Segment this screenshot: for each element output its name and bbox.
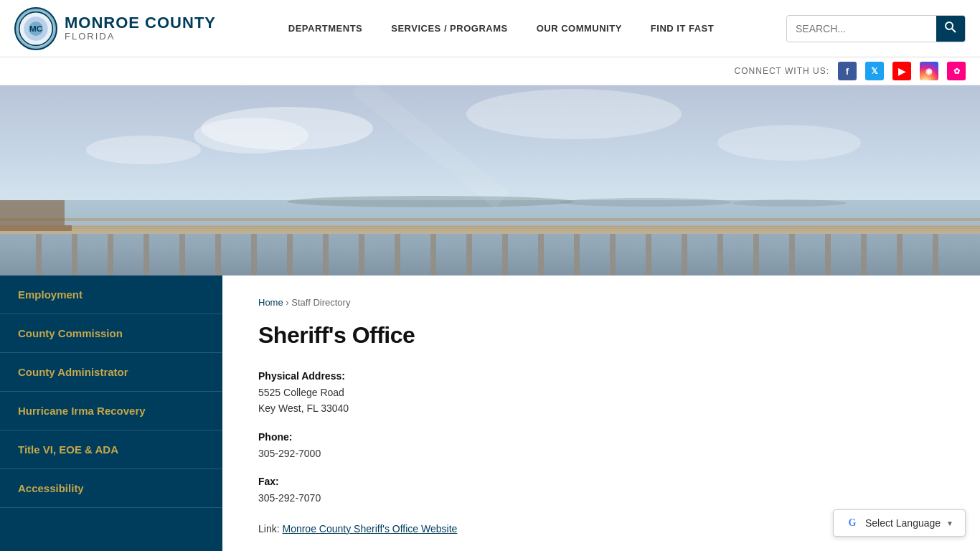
- facebook-icon[interactable]: f: [838, 62, 857, 80]
- sidebar: Employment County Commission County Admi…: [0, 276, 222, 551]
- svg-rect-18: [0, 226, 980, 227]
- svg-rect-19: [0, 228, 980, 229]
- hero-banner: [0, 85, 980, 276]
- address-line1: 5525 College Road: [258, 385, 944, 400]
- county-name: MONROE COUNTY: [65, 15, 216, 31]
- svg-rect-48: [0, 200, 65, 225]
- connect-label: CONNECT WITH US:: [735, 66, 829, 76]
- social-bar: CONNECT WITH US: f 𝕏 ▶ ◉ ✿: [0, 57, 980, 85]
- svg-point-15: [86, 136, 201, 164]
- state-name: FLORIDA: [65, 31, 216, 42]
- site-header: MC MONROE COUNTY FLORIDA DEPARTMENTS SER…: [0, 0, 980, 57]
- breadcrumb-home[interactable]: Home: [258, 297, 283, 308]
- translate-label: Select Language: [865, 517, 941, 529]
- fax-value: 305-292-7070: [258, 490, 944, 506]
- svg-point-9: [560, 198, 732, 207]
- svg-rect-20: [0, 230, 980, 231]
- address-block: Physical Address: 5525 College Road Key …: [258, 370, 944, 417]
- google-icon: G: [845, 516, 859, 530]
- breadcrumb-separator: ›: [286, 297, 288, 308]
- flickr-icon[interactable]: ✿: [947, 62, 966, 80]
- youtube-icon[interactable]: ▶: [892, 62, 911, 80]
- main-nav: DEPARTMENTS SERVICES / PROGRAMS OUR COMM…: [216, 23, 786, 34]
- svg-point-14: [717, 125, 861, 161]
- svg-point-13: [466, 89, 682, 139]
- nav-services-programs[interactable]: SERVICES / PROGRAMS: [391, 23, 507, 34]
- svg-point-10: [732, 199, 847, 207]
- chevron-down-icon: ▼: [946, 519, 953, 527]
- svg-line-5: [952, 29, 956, 32]
- sheriffs-office-link[interactable]: Monroe County Sheriff's Office Website: [282, 523, 457, 534]
- breadcrumb-current: Staff Directory: [291, 297, 350, 308]
- search-box: [786, 15, 966, 42]
- sidebar-item-employment[interactable]: Employment: [0, 276, 222, 314]
- sidebar-item-accessibility[interactable]: Accessibility: [0, 469, 222, 508]
- svg-rect-47: [0, 218, 980, 221]
- sidebar-item-county-commission[interactable]: County Commission: [0, 314, 222, 353]
- nav-our-community[interactable]: OUR COMMUNITY: [537, 23, 622, 34]
- phone-value: 305-292-7000: [258, 446, 944, 461]
- svg-text:MC: MC: [29, 24, 43, 33]
- logo-text: MONROE COUNTY FLORIDA: [65, 15, 216, 42]
- physical-address-label: Physical Address:: [258, 370, 944, 382]
- search-area: [786, 15, 966, 42]
- svg-rect-50: [0, 234, 980, 276]
- fax-block: Fax: 305-292-7070: [258, 476, 944, 506]
- svg-point-8: [287, 196, 574, 207]
- svg-point-4: [946, 22, 953, 29]
- search-icon: [945, 22, 956, 33]
- logo-area[interactable]: MC MONROE COUNTY FLORIDA: [14, 7, 216, 50]
- search-button[interactable]: [936, 16, 965, 42]
- svg-point-12: [194, 118, 308, 154]
- nav-departments[interactable]: DEPARTMENTS: [288, 23, 362, 34]
- phone-label: Phone:: [258, 431, 944, 443]
- phone-block: Phone: 305-292-7000: [258, 431, 944, 461]
- logo-icon: MC: [14, 7, 57, 50]
- link-label: Link:: [258, 523, 280, 534]
- sidebar-item-hurricane-irma-recovery[interactable]: Hurricane Irma Recovery: [0, 392, 222, 430]
- sidebar-item-title-vi[interactable]: Title VI, EOE & ADA: [0, 430, 222, 469]
- address-line2: Key West, FL 33040: [258, 400, 944, 416]
- page-title: Sheriff's Office: [258, 322, 944, 349]
- svg-rect-49: [0, 225, 72, 231]
- breadcrumb: Home › Staff Directory: [258, 297, 944, 308]
- search-input[interactable]: [787, 17, 936, 40]
- nav-find-it-fast[interactable]: FIND IT FAST: [651, 23, 714, 34]
- hero-image: [0, 85, 980, 276]
- fax-label: Fax:: [258, 476, 944, 487]
- sidebar-item-county-administrator[interactable]: County Administrator: [0, 353, 222, 392]
- instagram-icon[interactable]: ◉: [920, 62, 938, 80]
- twitter-icon[interactable]: 𝕏: [865, 62, 884, 80]
- translate-widget[interactable]: G Select Language ▼: [833, 509, 966, 537]
